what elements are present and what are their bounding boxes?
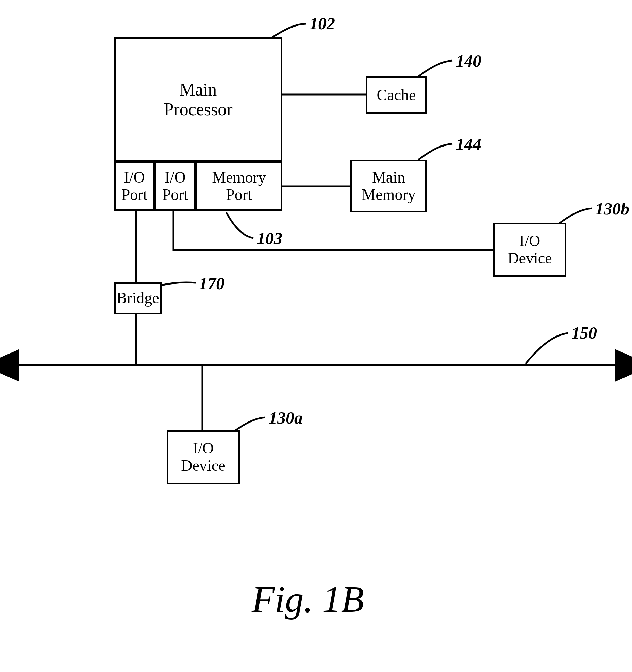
io-device-b-label: I/O Device xyxy=(508,232,552,267)
bridge-block: Bridge xyxy=(114,282,162,314)
ref-103: 103 xyxy=(257,228,282,248)
bridge-label: Bridge xyxy=(116,290,159,307)
io-device-b-block: I/O Device xyxy=(493,223,566,277)
ref-170: 170 xyxy=(199,274,224,293)
cache-label: Cache xyxy=(377,87,416,104)
main-processor-block: Main Processor xyxy=(114,37,282,161)
ref-140: 140 xyxy=(456,51,481,71)
io-port-1-label: I/O Port xyxy=(121,169,148,203)
cache-block: Cache xyxy=(366,76,427,114)
io-port-1-block: I/O Port xyxy=(114,161,155,211)
main-processor-label: Main Processor xyxy=(164,80,232,119)
io-port-2-label: I/O Port xyxy=(162,169,188,203)
io-device-a-label: I/O Device xyxy=(181,440,225,474)
ref-130b: 130b xyxy=(595,199,629,219)
connectors xyxy=(0,0,632,672)
io-port-2-block: I/O Port xyxy=(155,161,196,211)
ref-150: 150 xyxy=(571,323,597,343)
figure-caption: Fig. 1B xyxy=(252,578,364,621)
ref-130a: 130a xyxy=(269,408,303,428)
main-memory-label: Main Memory xyxy=(362,169,415,203)
figure-canvas: Main Processor I/O Port I/O Port Memory … xyxy=(0,0,632,672)
io-device-a-block: I/O Device xyxy=(167,430,240,484)
ref-144: 144 xyxy=(456,134,481,154)
memory-port-block: Memory Port xyxy=(196,161,282,211)
main-memory-block: Main Memory xyxy=(350,160,427,212)
memory-port-label: Memory Port xyxy=(212,169,266,203)
ref-102: 102 xyxy=(310,14,335,33)
